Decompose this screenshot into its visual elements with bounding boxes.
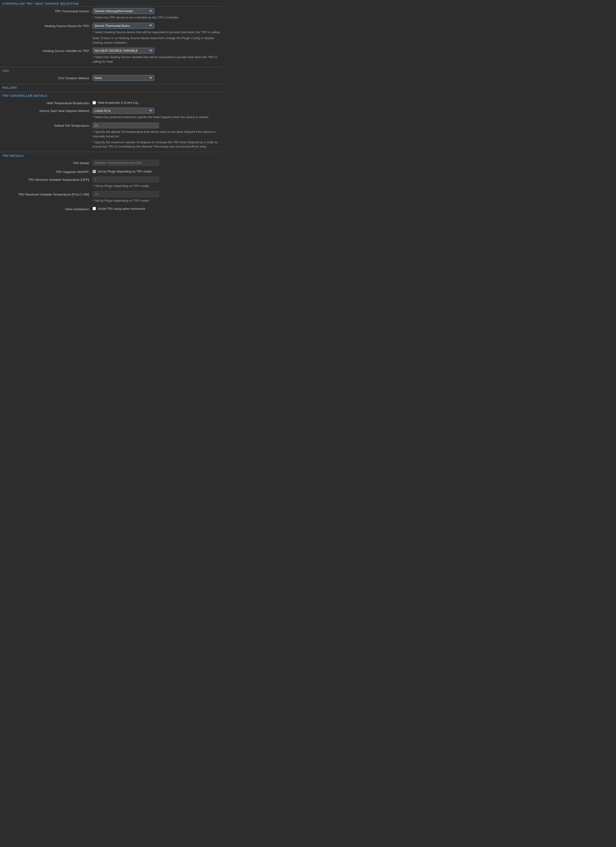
trv-min-temp-row: TRV Minimum Settable Temperature [OFF]: … [0, 175, 223, 190]
trv-thermostat-device-row: TRV Thermostat Device: Devolo Heizungsth… [0, 7, 223, 21]
heating-source-device-row: Heating Source Device for TRV: Devolo Th… [0, 21, 223, 47]
trv-supports-on-off-checkbox-row: Set by Plugin depending on TRV model [93, 169, 221, 173]
default-on-temperature-row: Default ON Temperature: ^ Specify the de… [0, 121, 223, 151]
device-start-heat-setpoint-hint: ^ Select the preferred method to specify… [93, 115, 221, 120]
heating-source-device-label: Heating Source Device for TRV: [2, 23, 93, 28]
csv-header: CSV [0, 67, 223, 74]
heating-source-device-hint2: Note: If there is no Heating Source devi… [93, 35, 221, 45]
default-on-temperature-input[interactable] [93, 122, 159, 128]
trv-min-temp-hint: ^ Set by Plugin depending on TRV model. [93, 183, 221, 188]
trv-thermostat-device-hint: ^ Select the TRV device to be controlled… [93, 15, 221, 20]
valve-assistance-row: Valve Assistance: Assist TRV using valve… [0, 205, 223, 212]
heating-source-variable-hint: ^ Select the Heating Source variable tha… [93, 55, 221, 64]
controlled-trv-section: CONTROLLED TRV / HEAT SOURCE SELECTION T… [0, 0, 223, 67]
trv-supports-on-off-row: TRV Supports ON/OFF: Set by Plugin depen… [0, 167, 223, 175]
trv-thermostat-device-label: TRV Thermostat Device: [2, 8, 93, 13]
valve-assistance-checkbox[interactable] [93, 207, 96, 210]
trv-model-label: TRV Model: [2, 160, 93, 165]
trv-model-input [93, 160, 159, 166]
heating-source-device-hint1: ^ Select Heating Source device that will… [93, 30, 221, 35]
valve-assistance-checkbox-row: Assist TRV using valve commands [93, 206, 221, 211]
device-start-heat-setpoint-select[interactable]: Leave As Is [93, 108, 154, 114]
trv-min-temp-label: TRV Minimum Settable Temperature [OFF]: [2, 177, 93, 182]
trv-supports-on-off-checkbox[interactable] [93, 170, 96, 173]
csv-creation-method-row: CSV Creation Method: None [0, 74, 223, 82]
csv-creation-method-select[interactable]: None [93, 75, 154, 81]
trv-model-row: TRV Model: [0, 158, 223, 167]
trv-supports-on-off-label: TRV Supports ON/OFF: [2, 169, 93, 174]
polling-header: POLLING [0, 84, 223, 90]
heating-source-variable-label: Heating Source Variable for TRV: [2, 48, 93, 53]
controlled-trv-header: CONTROLLED TRV / HEAT SOURCE SELECTION [0, 0, 223, 6]
trv-controller-details-section: TRV CONTROLLER DETAILS Hide Temperature … [0, 92, 223, 152]
hide-temperature-broadcasts-checkbox-label: Hide broadcasts in Event Log [98, 101, 138, 105]
default-on-temperature-label: Default ON Temperature: [2, 122, 93, 127]
hide-temperature-broadcasts-checkbox[interactable] [93, 101, 96, 105]
trv-supports-on-off-controls: Set by Plugin depending on TRV model [93, 169, 221, 173]
trv-max-temp-label: TRV Maximum Settable Temperature [FULLY … [2, 191, 93, 196]
heating-source-variable-row: Heating Source Variable for TRV: NO HEAT… [0, 46, 223, 65]
heating-source-variable-select[interactable]: NO HEAT SOURCE VARIABLE [93, 48, 154, 54]
device-start-heat-setpoint-controls: Leave As Is ^ Select the preferred metho… [93, 108, 221, 120]
csv-creation-method-controls: None [93, 75, 221, 81]
trv-supports-on-off-checkbox-label: Set by Plugin depending on TRV model [98, 170, 152, 173]
valve-assistance-label: Valve Assistance: [2, 206, 93, 211]
csv-creation-method-label: CSV Creation Method: [2, 75, 93, 80]
heating-source-variable-controls: NO HEAT SOURCE VARIABLE ^ Select the Hea… [93, 48, 221, 64]
device-start-heat-setpoint-row: Device Start Heat Setpoint Method: Leave… [0, 106, 223, 121]
trv-details-section: TRV DETAILS TRV Model: TRV Supports ON/O… [0, 152, 223, 214]
trv-min-temp-input [93, 177, 159, 183]
valve-assistance-checkbox-label: Assist TRV using valve commands [98, 207, 145, 211]
trv-max-temp-input [93, 191, 159, 197]
hide-temperature-broadcasts-row: Hide Temperature Broadcasts: Hide broadc… [0, 99, 223, 106]
trv-thermostat-device-controls: Devolo Heizungsthermostat... ^ Select th… [93, 8, 221, 20]
trv-controller-details-header: TRV CONTROLLER DETAILS [0, 92, 223, 99]
valve-assistance-controls: Assist TRV using valve commands [93, 206, 221, 211]
polling-section: POLLING [0, 84, 223, 92]
default-on-temperature-controls: ^ Specify the default ON temperature tha… [93, 122, 221, 149]
csv-section: CSV CSV Creation Method: None [0, 67, 223, 84]
trv-thermostat-device-select[interactable]: Devolo Heizungsthermostat... [93, 8, 154, 14]
hide-temperature-broadcasts-controls: Hide broadcasts in Event Log [93, 100, 221, 105]
trv-min-temp-controls: ^ Set by Plugin depending on TRV model. [93, 177, 221, 188]
trv-max-temp-row: TRV Maximum Settable Temperature [FULLY … [0, 190, 223, 205]
default-on-temperature-hint2: ^ Specify the maximum number of degrees … [93, 140, 221, 149]
hide-temperature-broadcasts-checkbox-row: Hide broadcasts in Event Log [93, 100, 221, 105]
default-on-temperature-hint1: ^ Specify the default ON temperature tha… [93, 129, 221, 139]
trv-model-controls [93, 160, 221, 166]
trv-max-temp-controls: ^ Set by Plugin depending on TRV model. [93, 191, 221, 203]
trv-max-temp-hint: ^ Set by Plugin depending on TRV model. [93, 198, 221, 203]
trv-details-header: TRV DETAILS [0, 152, 223, 158]
heating-source-device-select[interactable]: Devolo Thermostat Buero [93, 23, 154, 29]
device-start-heat-setpoint-label: Device Start Heat Setpoint Method: [2, 108, 93, 113]
hide-temperature-broadcasts-label: Hide Temperature Broadcasts: [2, 100, 93, 105]
heating-source-device-controls: Devolo Thermostat Buero ^ Select Heating… [93, 23, 221, 45]
